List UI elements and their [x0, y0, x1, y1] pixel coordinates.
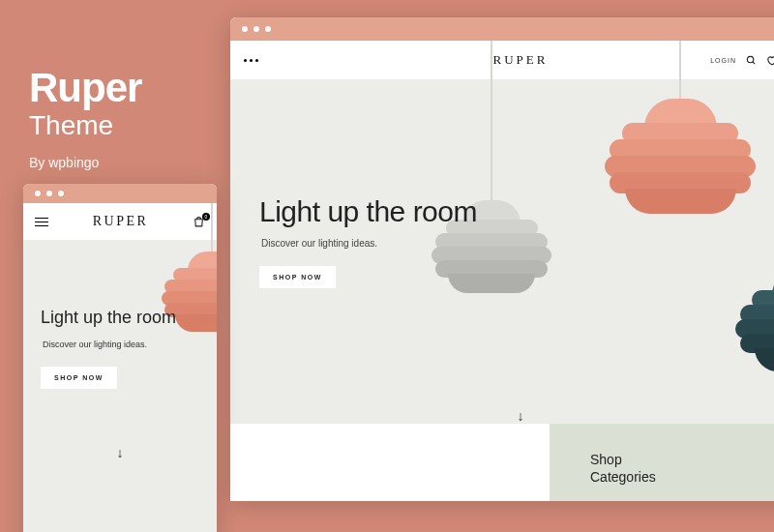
window-chrome [230, 17, 774, 41]
hero-headline: Light up the room [259, 195, 774, 228]
scroll-down-icon[interactable]: ↓ [117, 445, 124, 460]
theme-subtitle: Theme [29, 110, 141, 141]
desktop-preview: RUPER LOGIN 0 0 [230, 17, 774, 501]
menu-dots-icon[interactable] [244, 59, 258, 62]
hero-headline: Light up the room [41, 308, 217, 328]
hamburger-icon[interactable] [35, 218, 48, 226]
theme-title-block: Ruper Theme By wpbingo [29, 68, 141, 170]
window-chrome [23, 184, 217, 203]
hero-section: Light up the room Discover our lighting … [230, 79, 774, 288]
theme-author: By wpbingo [29, 155, 141, 170]
hero-section: Light up the room Discover our lighting … [23, 240, 217, 389]
hero-tagline: Discover our lighting ideas. [261, 238, 774, 249]
shop-now-button[interactable]: SHOP NOW [41, 367, 117, 389]
mobile-preview: RUPER 0 Light up the room Discover our l… [23, 184, 217, 532]
shop-now-button[interactable]: SHOP NOW [259, 266, 336, 288]
window-dot [253, 26, 259, 32]
theme-name: Ruper [29, 68, 141, 108]
categories-label-2[interactable]: Categories [590, 468, 774, 486]
categories-footer: Shop Categories [230, 424, 774, 501]
window-dot [46, 191, 52, 196]
brand-logo[interactable]: RUPER [93, 214, 149, 229]
scroll-down-icon[interactable]: ↓ [518, 408, 524, 424]
window-dot [58, 191, 64, 196]
window-dot [242, 26, 248, 32]
window-dot [35, 191, 41, 196]
window-dot [265, 26, 271, 32]
hero-tagline: Discover our lighting ideas. [43, 340, 217, 349]
categories-label-1[interactable]: Shop [590, 451, 774, 468]
